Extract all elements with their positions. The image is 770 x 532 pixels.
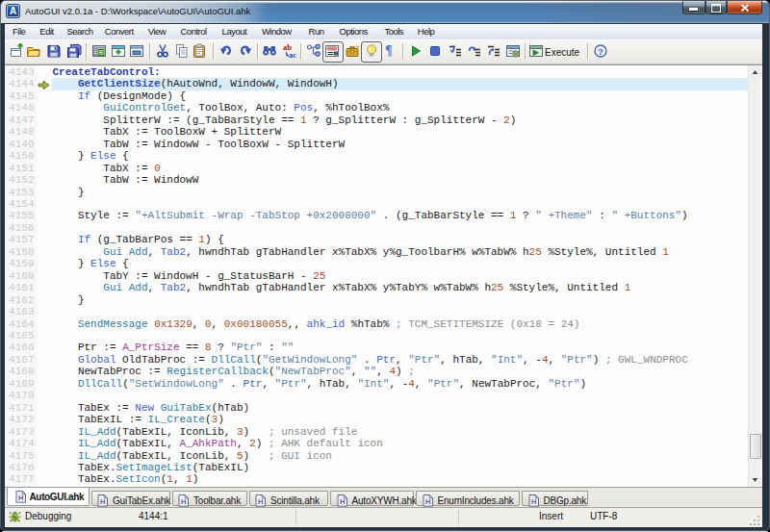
svg-text:H: H xyxy=(339,497,344,506)
svg-text:H: H xyxy=(100,497,105,506)
svg-text:H: H xyxy=(424,497,429,506)
svg-text:H: H xyxy=(530,497,535,506)
svg-text:H: H xyxy=(17,494,22,502)
svg-text:H: H xyxy=(181,497,186,506)
svg-text:ac: ac xyxy=(289,50,296,60)
svg-text:H: H xyxy=(258,497,263,506)
svg-text:?: ? xyxy=(598,46,603,57)
